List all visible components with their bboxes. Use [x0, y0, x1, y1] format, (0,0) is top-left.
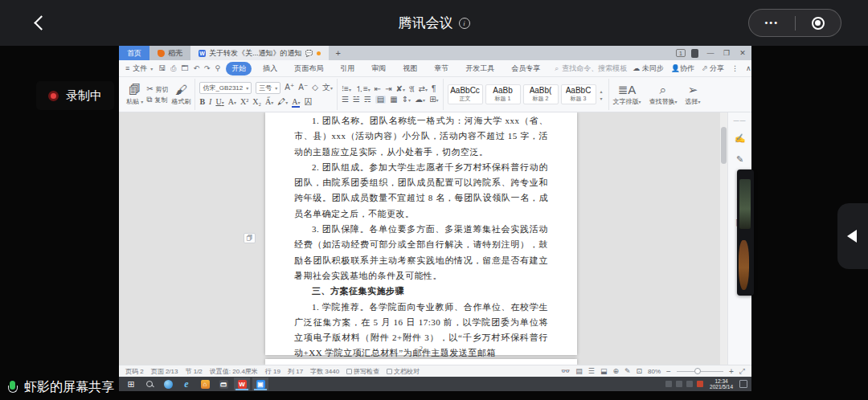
fit-page-icon[interactable]: ⊡ — [637, 367, 643, 375]
microphone-icon[interactable] — [8, 381, 17, 394]
print-preview-icon[interactable]: 🗔 — [181, 64, 188, 73]
taskbar-browser-button[interactable] — [160, 378, 176, 390]
borders-icon[interactable]: ⊞▾ — [429, 96, 438, 104]
video-panel-toggle[interactable] — [837, 203, 868, 269]
style-preset[interactable]: AaBb( 标题 2 — [523, 84, 559, 104]
two-page-view-icon[interactable]: ⬓ — [600, 367, 608, 375]
cjk-layout-icon[interactable]: ✘▾ — [396, 85, 405, 93]
clear-format-icon[interactable]: ◇ — [312, 84, 318, 92]
justify-icon[interactable]: ▤ — [375, 96, 386, 104]
text-layout-button[interactable]: ≣A 文字排版▾ — [613, 84, 641, 106]
ribbon-tab[interactable]: 插入 — [257, 62, 283, 76]
ribbon-tab[interactable]: 引用 — [334, 62, 360, 76]
scrollbar-thumb[interactable] — [721, 127, 727, 164]
style-scroll-up-icon[interactable]: ▴ — [600, 88, 603, 94]
redo-icon[interactable]: ↷ — [204, 64, 211, 73]
taskbar-search-button[interactable] — [141, 378, 158, 390]
underline-button[interactable]: U▾ — [215, 97, 223, 106]
highlight-button[interactable]: 🖍▾ — [277, 97, 288, 106]
text-direction-icon[interactable]: 𝔄 — [409, 85, 415, 93]
page-view-icon[interactable]: ▤ — [575, 367, 583, 375]
format-painter-button[interactable]: 🖌 格式刷 — [171, 84, 190, 106]
shading-icon[interactable]: ☁▾ — [415, 96, 425, 104]
restore-button[interactable]: ❐ — [719, 47, 734, 59]
ribbon-tab[interactable]: 审阅 — [366, 62, 391, 76]
subscript-button[interactable]: X₂ — [252, 97, 261, 106]
outdent-icon[interactable]: ⇤ — [375, 85, 381, 93]
start-button[interactable]: ⊞ — [123, 378, 139, 390]
taskbar-wps-button[interactable]: W — [234, 378, 250, 390]
spellcheck-toggle[interactable]: 拼写检查 — [346, 367, 379, 376]
minimize-button[interactable]: — — [703, 47, 718, 59]
align-center-icon[interactable]: ☱ — [353, 96, 360, 104]
zoom-slider-knob[interactable] — [694, 368, 701, 374]
style-scroll-down-icon[interactable]: ▾ — [600, 96, 603, 101]
taskbar-netdisk-button[interactable]: ⌂ — [197, 378, 213, 390]
font-name-select[interactable]: 仿宋_GB2312▾ — [199, 82, 252, 94]
close-button[interactable]: ✕ — [735, 47, 750, 59]
file-menu[interactable]: ≡ 文件 ▾ — [125, 63, 153, 74]
collapse-ribbon-icon[interactable]: ∧ — [746, 64, 751, 72]
ribbon-tab[interactable]: 视图 — [397, 62, 423, 76]
ribbon-tab-home[interactable]: 开始 — [226, 62, 252, 76]
info-icon[interactable]: i — [459, 18, 470, 29]
font-size-select[interactable]: 三号▾ — [256, 82, 280, 94]
tray-icon-4[interactable] — [697, 381, 703, 387]
more-menu-icon[interactable]: ⋮ — [731, 64, 739, 72]
close-circle-button[interactable] — [796, 10, 841, 36]
align-right-icon[interactable]: ☴ — [364, 96, 371, 104]
window-count-badge[interactable]: 1 — [676, 49, 686, 57]
proofread-toggle[interactable]: 文档校对 — [387, 367, 420, 376]
tray-icon-1[interactable] — [665, 381, 672, 387]
save-icon[interactable]: 🖫 — [158, 64, 166, 73]
account-avatar-icon[interactable] — [691, 49, 698, 58]
ribbon-tab[interactable]: 章节 — [428, 62, 454, 76]
paste-button[interactable]: 🗐 粘贴 ▾ — [126, 84, 143, 106]
undo-icon[interactable]: ↶ — [193, 64, 199, 73]
cut-button[interactable]: ✂ 剪切 — [146, 85, 168, 93]
recording-badge[interactable]: 录制中 — [36, 81, 114, 110]
ribbon-tab[interactable]: 会员专享 — [506, 62, 546, 76]
phonetic-guide-button[interactable]: A̋▾ — [265, 97, 273, 106]
more-options-button[interactable]: ••• — [749, 10, 795, 36]
ribbon-tab[interactable]: 开发工具 — [460, 62, 500, 76]
text-effects-icon[interactable]: 文▾ — [322, 84, 333, 92]
annotate-pen-icon[interactable]: ✎ — [736, 154, 743, 165]
grow-font-icon[interactable]: A⁺ — [285, 84, 294, 92]
taskbar-meeting-button[interactable]: ▣ — [252, 378, 268, 390]
tray-icon-2[interactable] — [676, 381, 682, 387]
para-mark-icon[interactable]: ¶ — [432, 85, 436, 93]
strikethrough-button[interactable]: A▾ — [228, 97, 236, 106]
collaborate-button[interactable]: 👤协作 — [671, 63, 694, 74]
style-preset[interactable]: AaBbCc 正文 — [448, 84, 483, 104]
taskbar-ie-button[interactable]: e — [178, 378, 194, 390]
cloud-sync-button[interactable]: ☁ 未同步 — [633, 63, 664, 74]
superscript-button[interactable]: X² — [240, 97, 248, 106]
translate-globe-icon[interactable]: ⊕ — [612, 367, 619, 375]
zoom-out-button[interactable]: − — [666, 367, 671, 376]
paste-options-float-icon[interactable]: 🗍 — [244, 233, 256, 243]
command-search[interactable]: ⌕ 查找命令、搜索模板 — [555, 63, 627, 74]
zoom-in-button[interactable]: + — [729, 367, 734, 376]
shrink-font-icon[interactable]: A⁻ — [298, 84, 308, 92]
zoom-slider[interactable] — [677, 371, 723, 372]
ink-pen-icon[interactable]: ✎ — [624, 367, 631, 375]
signature-hand-icon[interactable]: ✍ — [735, 133, 746, 144]
line-spacing-icon[interactable]: ⇕▾ — [402, 96, 411, 104]
zoom-percent[interactable]: 80% — [648, 368, 661, 375]
select-button[interactable]: ➢ 选择▾ — [686, 84, 701, 106]
fullscreen-icon[interactable]: ⤢ — [739, 367, 745, 376]
action-center-icon[interactable] — [739, 380, 747, 388]
distribute-icon[interactable]: ▦ — [390, 96, 397, 104]
eye-protection-icon[interactable]: 👓 — [561, 367, 570, 375]
share-button[interactable]: ⬀ 分享 — [702, 63, 724, 74]
document-page[interactable]: 🗍 1. 团队名称。团队名称统一格式为：河海大学 xxx（省、市、县）xxx（活… — [265, 112, 577, 355]
lamp-icon[interactable]: ⚲ — [215, 64, 221, 73]
taskbar-briefcase-button[interactable]: 🗃 — [215, 378, 231, 390]
outline-view-icon[interactable]: ☰ — [588, 367, 595, 375]
char-shading-button[interactable]: 囚 — [304, 96, 312, 108]
copy-button[interactable]: ⧉ 复制 — [146, 96, 168, 104]
tab-document[interactable]: W 关于转发《关...通知》的通知 💬 — [190, 46, 329, 60]
align-left-icon[interactable]: ☰ — [342, 96, 349, 104]
wrap-icon[interactable]: ⇄▾ — [419, 85, 428, 93]
